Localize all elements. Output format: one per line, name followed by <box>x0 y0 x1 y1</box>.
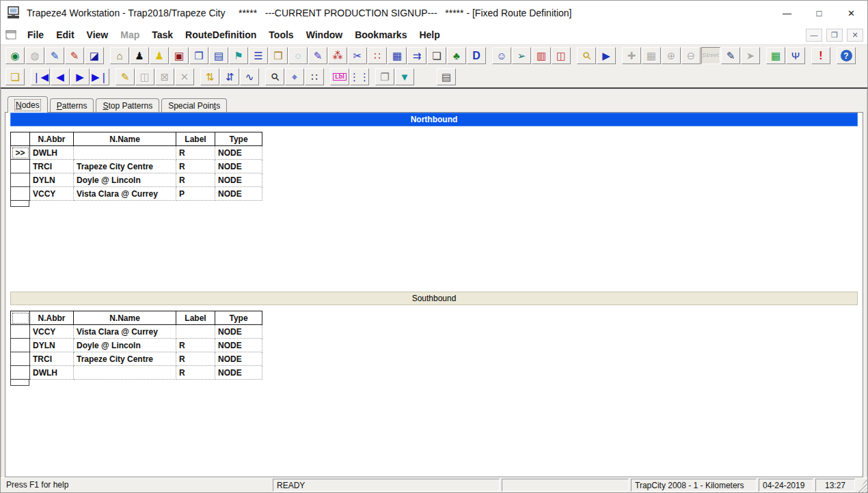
resize-grip[interactable] <box>857 478 867 492</box>
row-selector[interactable] <box>11 352 30 366</box>
cell-nabbr[interactable]: DYLN <box>30 339 74 352</box>
cell-type[interactable]: NODE <box>215 187 262 201</box>
cell-nname[interactable]: Trapeze City Centre <box>74 160 176 173</box>
mdi-minimize-button[interactable]: — <box>806 29 822 42</box>
edit-points-icon[interactable]: ✎ <box>65 47 84 64</box>
cell-type[interactable]: NODE <box>215 352 262 366</box>
footprints-icon[interactable]: ∷ <box>305 68 324 85</box>
data-d-icon[interactable]: D <box>467 47 486 64</box>
itinerary-person-icon[interactable]: ☺ <box>492 47 511 64</box>
move-up-icon[interactable]: ⇅ <box>200 68 219 85</box>
maximize-button[interactable]: □ <box>803 1 835 25</box>
vehicle-lookup-icon[interactable]: ▥ <box>532 47 551 64</box>
navigator-person-icon[interactable]: ➢ <box>512 47 531 64</box>
edit-pencil-icon[interactable]: ✎ <box>116 68 135 85</box>
menu-file[interactable]: File <box>21 27 50 42</box>
vdu-icon[interactable]: ▦ <box>766 47 785 64</box>
monitor-icon[interactable]: ❏ <box>427 47 446 64</box>
cell-type[interactable]: NODE <box>215 339 262 352</box>
cell-type[interactable]: NODE <box>215 173 262 187</box>
cell-nabbr[interactable]: DWLH <box>30 146 74 160</box>
cell-nabbr[interactable]: DWLH <box>30 366 74 380</box>
tab-nodes[interactable]: Nodes <box>8 96 48 113</box>
bus-icon[interactable]: ▦ <box>388 47 407 64</box>
prev-record-icon[interactable]: ◀ <box>51 68 70 85</box>
cell-type[interactable]: NODE <box>215 160 262 173</box>
tab-patterns[interactable]: Patterns <box>50 98 94 113</box>
last-record-icon[interactable]: ▶❘ <box>90 68 109 85</box>
first-record-icon[interactable]: ❘◀ <box>31 68 50 85</box>
row-selector-header[interactable] <box>11 311 30 325</box>
next-record-icon[interactable]: ▶ <box>70 68 90 85</box>
globe-icon[interactable]: ◉ <box>5 47 25 64</box>
menu-help[interactable]: Help <box>413 27 446 42</box>
row-selector[interactable] <box>11 173 30 187</box>
tab-special-points[interactable]: Special Points <box>161 98 227 113</box>
alert-icon[interactable]: ! <box>811 47 830 64</box>
new-row-stub[interactable] <box>10 380 29 386</box>
cell-nname[interactable]: Trapeze City Centre <box>74 352 176 366</box>
label-tool-icon[interactable]: Lbl <box>330 68 349 85</box>
print-icon[interactable]: ▤ <box>437 68 456 85</box>
exit-door-icon[interactable]: ❏ <box>5 68 25 85</box>
cell-nabbr[interactable]: TRCI <box>30 160 74 173</box>
node-cluster-icon[interactable]: ⁂ <box>328 47 347 64</box>
tab-stop-patterns[interactable]: Stop Patterns <box>96 98 159 113</box>
polyline-icon[interactable]: ∿ <box>240 68 259 85</box>
clipboard-icon[interactable]: ❐ <box>375 68 394 85</box>
menu-view[interactable]: View <box>81 27 115 42</box>
documents-icon[interactable]: ❒ <box>269 47 288 64</box>
cell-label[interactable]: R <box>176 366 215 380</box>
list-icon[interactable]: ☰ <box>249 47 268 64</box>
minimize-button[interactable]: — <box>771 1 803 25</box>
vehicle-windows-icon[interactable]: ❒ <box>189 47 208 64</box>
node-target-icon[interactable]: ⌖ <box>285 68 304 85</box>
menu-tools[interactable]: Tools <box>262 27 299 42</box>
avl-antenna-icon[interactable]: Ψ <box>786 47 805 64</box>
cut-icon[interactable]: ✂ <box>348 47 367 64</box>
cell-label[interactable]: R <box>176 146 215 160</box>
filter-icon[interactable]: ▼ <box>395 68 414 85</box>
cell-label[interactable] <box>176 325 215 339</box>
menu-bookmarks[interactable]: Bookmarks <box>349 27 413 42</box>
row-selector[interactable] <box>11 187 30 201</box>
mdi-close-button[interactable]: ✕ <box>847 29 863 42</box>
cell-nname[interactable] <box>74 146 176 160</box>
menu-window[interactable]: Window <box>300 27 349 42</box>
person-schedule-icon[interactable]: ◫ <box>552 47 571 64</box>
route-loop-icon[interactable]: ◌ <box>288 47 308 64</box>
cell-nname[interactable] <box>74 366 176 380</box>
close-button[interactable]: ✕ <box>835 1 867 25</box>
stop-pair-icon[interactable]: ∷ <box>368 47 387 64</box>
document-window-icon[interactable] <box>5 29 18 40</box>
row-selector[interactable] <box>11 366 30 380</box>
cell-label[interactable]: R <box>176 173 215 187</box>
stop-flag-icon[interactable]: ⚑ <box>229 47 248 64</box>
current-row-indicator[interactable]: >> <box>11 146 30 160</box>
map-draw-icon[interactable]: ✎ <box>721 47 740 64</box>
operator-light-icon[interactable]: ♟ <box>150 47 169 64</box>
menu-routedefinition[interactable]: RouteDefinition <box>179 27 262 42</box>
run-window-icon[interactable]: ▶ <box>597 47 616 64</box>
cell-nname[interactable]: Vista Clara @ Currey <box>74 187 176 201</box>
row-selector-header[interactable] <box>11 132 30 146</box>
vehicle-block-icon[interactable]: ▤ <box>209 47 228 64</box>
move-down-icon[interactable]: ⇵ <box>220 68 239 85</box>
cell-nname[interactable]: Vista Clara @ Currey <box>74 325 176 339</box>
cell-nabbr[interactable]: VCCY <box>30 187 74 201</box>
cell-nname[interactable]: Doyle @ Lincoln <box>74 173 176 187</box>
bus-shift-icon[interactable]: ⇉ <box>407 47 426 64</box>
edit-globe-icon[interactable]: ✎ <box>45 47 64 64</box>
cell-nabbr[interactable]: VCCY <box>30 325 74 339</box>
row-selector[interactable] <box>11 339 30 352</box>
mdi-restore-button[interactable]: ❐ <box>826 29 843 42</box>
vehicle-icon[interactable]: ▣ <box>169 47 189 64</box>
cell-label[interactable]: R <box>176 339 215 352</box>
bank-icon[interactable]: ⌂ <box>110 47 129 64</box>
menu-edit[interactable]: Edit <box>50 27 80 42</box>
cell-type[interactable]: NODE <box>215 366 262 380</box>
row-selector[interactable] <box>11 160 30 173</box>
cell-nname[interactable]: Doyle @ Lincoln <box>74 339 176 352</box>
cell-nabbr[interactable]: DYLN <box>30 173 74 187</box>
search-icon[interactable]: ⚲ <box>265 68 284 85</box>
